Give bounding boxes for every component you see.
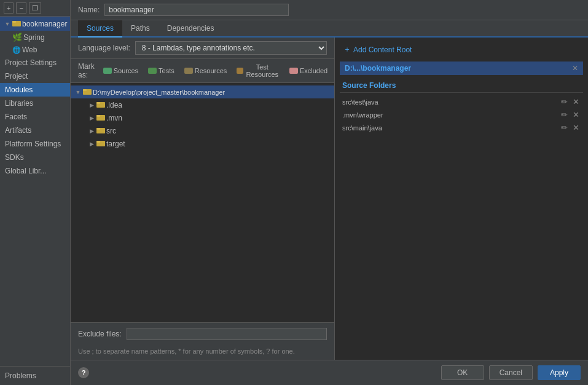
nav-list: Project Settings Project Modules Librari… — [0, 56, 70, 366]
source-folder-remove-2[interactable]: ✕ — [571, 123, 581, 132]
tree-idea-row[interactable]: ▶ .idea — [71, 98, 334, 111]
tabs-bar: Sources Paths Dependencies — [71, 20, 588, 38]
exclude-input[interactable] — [127, 328, 327, 340]
tests-color-icon — [148, 68, 157, 74]
tree-root-row[interactable]: ▼ D:\myDevelop\project_master\bookmanage… — [71, 85, 334, 98]
source-folder-row-2: src\main\java ✏ ✕ — [340, 121, 583, 134]
mark-sources-label: Sources — [114, 67, 138, 74]
source-folder-edit-1[interactable]: ✏ — [560, 110, 569, 119]
sidebar-item-problems[interactable]: Problems — [5, 369, 65, 383]
sidebar-item-artifacts[interactable]: Artifacts — [0, 124, 70, 137]
tab-dependencies[interactable]: Dependencies — [159, 20, 223, 38]
tree-target-row[interactable]: ▶ target — [71, 137, 334, 150]
language-bar: Language level: 8 - Lambdas, type annota… — [71, 38, 334, 59]
tab-sources[interactable]: Sources — [78, 20, 122, 38]
sidebar-item-modules[interactable]: Modules — [0, 83, 70, 97]
tree-src-row[interactable]: ▶ src — [71, 124, 334, 137]
root-header-path: D:\...\bookmanager — [345, 64, 411, 73]
remove-module-button[interactable]: − — [16, 2, 26, 14]
sidebar-item-platform-settings[interactable]: Platform Settings — [0, 137, 70, 151]
cancel-button[interactable]: Cancel — [489, 365, 533, 380]
mark-tests-label: Tests — [159, 67, 174, 74]
sidebar-item-libraries[interactable]: Libraries — [0, 97, 70, 110]
target-chevron-icon: ▶ — [88, 141, 95, 147]
tree-mvn-row[interactable]: ▶ .mvn — [71, 111, 334, 124]
apply-button[interactable]: Apply — [538, 365, 581, 380]
sidebar-item-sdks[interactable]: SDKs — [0, 151, 70, 164]
sidebar-item-facets[interactable]: Facets — [0, 110, 70, 124]
svg-rect-11 — [96, 141, 100, 143]
name-input[interactable] — [104, 4, 289, 16]
idea-label: .idea — [106, 101, 122, 109]
svg-rect-1 — [12, 21, 16, 23]
test-resources-color-icon — [237, 68, 243, 74]
exclude-row: Exclude files: — [71, 322, 334, 345]
source-folder-path-1: .mvn\wrapper — [342, 111, 557, 119]
add-icon: ＋ — [343, 44, 351, 55]
source-folder-edit-0[interactable]: ✏ — [560, 97, 569, 106]
bottom-bar: ? OK Cancel Apply — [71, 360, 588, 385]
src-chevron-icon: ▶ — [88, 128, 95, 134]
resources-color-icon — [184, 68, 193, 74]
sidebar-item-project[interactable]: Project — [0, 69, 70, 83]
exclude-label: Exclude files: — [78, 330, 122, 338]
excluded-color-icon — [289, 68, 298, 74]
idea-folder-icon — [96, 100, 105, 109]
src-folder-icon — [96, 126, 105, 135]
mark-test-resources-button[interactable]: Test Resources — [233, 62, 283, 79]
root-path: D:\myDevelop\project_master\bookmanager — [93, 89, 225, 96]
mark-excluded-button[interactable]: Excluded — [286, 66, 331, 76]
svg-rect-7 — [96, 115, 100, 117]
src-label: src — [106, 127, 116, 135]
svg-rect-9 — [96, 128, 100, 130]
content-area: Language level: 8 - Lambdas, type annota… — [71, 38, 588, 360]
ok-button[interactable]: OK — [441, 365, 484, 380]
root-header-close-button[interactable]: ✕ — [572, 64, 578, 73]
svg-rect-3 — [83, 89, 87, 91]
spring-label: Spring — [23, 33, 45, 42]
mark-resources-button[interactable]: Resources — [181, 66, 231, 76]
root-header: D:\...\bookmanager ✕ — [340, 62, 583, 75]
source-folder-remove-0[interactable]: ✕ — [571, 97, 581, 106]
source-folder-path-2: src\main\java — [342, 124, 557, 132]
mark-sources-button[interactable]: Sources — [100, 66, 142, 76]
web-icon: 🌐 — [12, 46, 21, 54]
mark-resources-label: Resources — [195, 67, 227, 74]
left-panel: Language level: 8 - Lambdas, type annota… — [71, 38, 335, 360]
spring-icon: 🌿 — [12, 33, 22, 42]
target-folder-icon — [96, 139, 105, 148]
module-name: bookmanager — [22, 20, 67, 28]
sidebar: + − ❐ ▼ bookmanager 🌿 Spring 🌐 Web Proje… — [0, 0, 71, 385]
sidebar-item-global-libraries[interactable]: Global Libr... — [0, 164, 70, 178]
root-chevron-icon: ▼ — [74, 89, 82, 95]
language-select[interactable]: 8 - Lambdas, type annotations etc.11 - L… — [135, 41, 327, 55]
language-label: Language level: — [78, 44, 130, 52]
source-folder-row-1: .mvn\wrapper ✏ ✕ — [340, 108, 583, 121]
module-spring[interactable]: 🌿 Spring — [0, 31, 70, 44]
help-button[interactable]: ? — [78, 367, 89, 378]
module-web[interactable]: 🌐 Web — [0, 44, 70, 56]
source-folder-edit-2[interactable]: ✏ — [560, 123, 569, 132]
svg-rect-5 — [96, 102, 100, 104]
idea-chevron-icon: ▶ — [88, 102, 95, 108]
root-folder-icon — [83, 87, 92, 97]
mvn-label: .mvn — [106, 114, 122, 122]
sidebar-toolbar: + − ❐ — [0, 0, 70, 17]
source-folder-path-0: src\test\java — [342, 98, 557, 106]
copy-module-button[interactable]: ❐ — [29, 2, 41, 14]
mvn-chevron-icon: ▶ — [88, 115, 95, 121]
mvn-folder-icon — [96, 113, 105, 122]
tab-paths[interactable]: Paths — [122, 20, 159, 38]
mark-as-label: Mark as: — [78, 62, 95, 79]
sidebar-item-project-settings[interactable]: Project Settings — [0, 56, 70, 69]
mark-tests-button[interactable]: Tests — [144, 66, 178, 76]
source-folder-row-0: src\test\java ✏ ✕ — [340, 95, 583, 108]
add-content-root-label: Add Content Root — [353, 46, 412, 54]
source-folder-remove-1[interactable]: ✕ — [571, 110, 581, 119]
folder-icon — [12, 19, 21, 28]
add-content-root-button[interactable]: ＋ Add Content Root — [340, 42, 583, 57]
name-label: Name: — [78, 6, 100, 14]
module-tree-root[interactable]: ▼ bookmanager — [0, 17, 70, 31]
file-tree: ▼ D:\myDevelop\project_master\bookmanage… — [71, 83, 334, 322]
add-module-button[interactable]: + — [4, 2, 14, 14]
